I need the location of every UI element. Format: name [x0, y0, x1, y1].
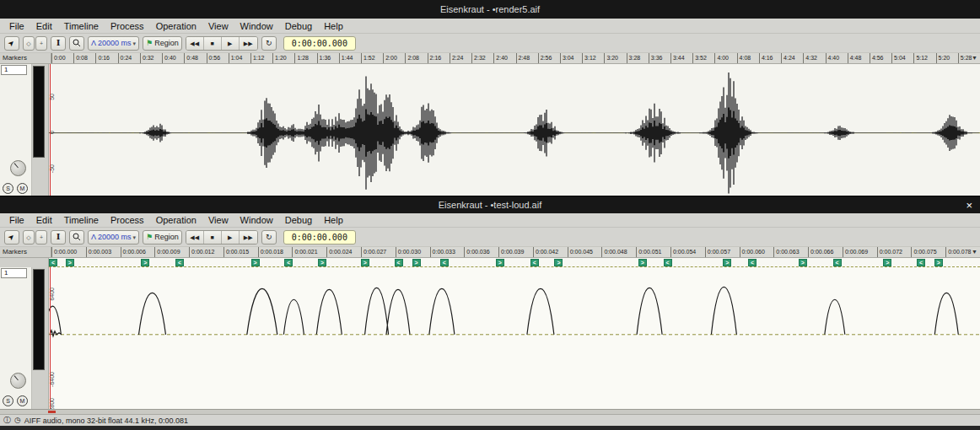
menu-help[interactable]: Help	[318, 21, 349, 31]
pointer-tool-button[interactable]: ➤	[4, 230, 19, 245]
menu-help[interactable]: Help	[318, 215, 349, 225]
menu-process[interactable]: Process	[105, 215, 150, 225]
timeline-marker-flag[interactable]: >	[141, 259, 149, 266]
waveform-view[interactable]: 64000-640012800	[49, 267, 980, 409]
menu-view[interactable]: View	[202, 21, 234, 31]
timeline-marker-flag[interactable]: >	[723, 259, 731, 266]
timeline-marker-flag[interactable]: <	[175, 259, 184, 266]
scrollbar-thumb[interactable]	[48, 411, 56, 413]
ruler-label: 3:20	[604, 53, 618, 63]
menu-file[interactable]: File	[3, 21, 30, 31]
zoom-tool-button[interactable]	[69, 36, 84, 51]
timeline-marker-flag[interactable]: >	[361, 259, 369, 266]
stop-button[interactable]: ■	[204, 37, 222, 50]
timeline-marker-flag[interactable]: <	[917, 259, 925, 266]
loop-button[interactable]: ↻	[261, 230, 277, 245]
ibeam-tool-button[interactable]: I	[51, 230, 66, 245]
ruler-label: 0:00.012	[189, 247, 214, 257]
marker-flag-1[interactable]: 1	[1, 268, 27, 278]
titlebar[interactable]: Eisenkraut - •render5.aif	[0, 0, 980, 19]
ruler-label: 2:00	[383, 53, 397, 63]
play-button[interactable]: ▶	[222, 37, 240, 50]
marker-flag-1[interactable]: 1	[1, 65, 27, 75]
menu-timeline[interactable]: Timeline	[58, 21, 105, 31]
horizontal-scrollbar[interactable]	[0, 409, 980, 414]
timeline-marker-flag[interactable]: >	[554, 259, 563, 266]
timeline-marker-flag[interactable]: <	[440, 259, 449, 266]
timeline-ruler[interactable]: 0:00.0000:00.0030:00.0060:00.0090:00.012…	[51, 247, 980, 257]
timeline-marker-flag[interactable]: >	[318, 259, 326, 266]
level-meter	[33, 269, 45, 370]
close-icon[interactable]: ×	[966, 196, 972, 213]
region-button[interactable]: ⚑ Region	[143, 230, 182, 245]
stop-button[interactable]: ■	[204, 231, 222, 244]
waveform-view[interactable]: 500-50	[49, 64, 980, 196]
timebase-dropdown[interactable]: Λ 20000 ms ▾	[88, 36, 139, 51]
gain-knob[interactable]	[10, 160, 26, 176]
pointer-tool-button[interactable]: ➤	[4, 36, 19, 51]
menu-window[interactable]: Window	[234, 215, 279, 225]
ruler-menu-icon[interactable]: ▼	[972, 249, 977, 255]
ruler-label: 2:48	[516, 53, 530, 63]
ruler-label: 0:00.060	[740, 247, 765, 257]
timeline-marker-flag[interactable]: >	[496, 259, 504, 266]
timeline-marker-flag[interactable]: <	[664, 259, 672, 266]
ibeam-tool-button[interactable]: I	[51, 36, 66, 51]
timeline-marker-flag[interactable]: >	[883, 259, 891, 266]
menu-file[interactable]: File	[3, 215, 30, 225]
region-button[interactable]: ⚑ Region	[143, 36, 182, 51]
menu-timeline[interactable]: Timeline	[58, 215, 105, 225]
mute-button[interactable]: M	[17, 183, 28, 194]
mute-button[interactable]: M	[17, 395, 28, 406]
solo-button[interactable]: S	[3, 395, 13, 406]
timeline-marker-flag[interactable]: >	[66, 259, 74, 266]
menu-operation[interactable]: Operation	[150, 21, 202, 31]
markers-track-header[interactable]: Markers	[0, 53, 51, 63]
timeline-marker-flag[interactable]: >	[799, 259, 807, 266]
timeline-marker-flag[interactable]: >	[412, 259, 421, 266]
markers-track-header[interactable]: Markers	[0, 247, 51, 257]
menu-edit[interactable]: Edit	[30, 21, 58, 31]
menu-window[interactable]: Window	[234, 21, 279, 31]
tool-button-b[interactable]: +	[35, 36, 47, 51]
forward-button[interactable]: ▶▶	[240, 231, 257, 244]
ruler-label: 5:04	[891, 53, 906, 63]
timeline-marker-flag[interactable]: >	[251, 259, 260, 266]
timeline-marker-flag[interactable]: <	[49, 259, 57, 266]
info-icon[interactable]: ⓘ	[3, 417, 11, 424]
menu-process[interactable]: Process	[105, 21, 150, 31]
gain-knob[interactable]	[10, 373, 26, 389]
menu-edit[interactable]: Edit	[30, 215, 58, 225]
timeline-marker-flag[interactable]: <	[748, 259, 757, 266]
level-meter	[33, 66, 45, 158]
timeline-marker-flag[interactable]: <	[833, 259, 842, 266]
titlebar[interactable]: Eisenkraut - •test-loud.aif ×	[0, 196, 980, 213]
clock-icon[interactable]: ◷	[14, 417, 21, 424]
menu-operation[interactable]: Operation	[150, 215, 202, 225]
rewind-button[interactable]: ◀◀	[186, 231, 204, 244]
time-display[interactable]: 0:00:00.000	[283, 36, 356, 51]
timeline-marker-flag[interactable]: >	[638, 259, 647, 266]
tool-button-a[interactable]: ◇	[23, 36, 35, 51]
forward-button[interactable]: ▶▶	[240, 37, 257, 50]
marker-flag-lane[interactable]: <>><><>><><><>><><><><>	[49, 258, 980, 267]
rewind-button[interactable]: ◀◀	[186, 37, 204, 50]
zoom-tool-button[interactable]	[69, 230, 84, 245]
tool-button-b[interactable]: +	[35, 230, 47, 245]
timebase-dropdown[interactable]: Λ 20000 ms ▾	[88, 230, 139, 245]
loop-button[interactable]: ↻	[261, 36, 277, 51]
solo-button[interactable]: S	[3, 183, 13, 194]
ruler-label: 0:00.003	[86, 247, 111, 257]
play-button[interactable]: ▶	[222, 231, 240, 244]
menu-debug[interactable]: Debug	[279, 21, 318, 31]
timeline-ruler[interactable]: 0:000:080:160:240:320:400:480:561:041:12…	[51, 53, 980, 63]
timeline-marker-flag[interactable]: <	[284, 259, 293, 266]
menu-view[interactable]: View	[202, 215, 234, 225]
timeline-marker-flag[interactable]: >	[934, 259, 943, 266]
tool-button-a[interactable]: ◇	[23, 230, 35, 245]
menu-debug[interactable]: Debug	[279, 215, 318, 225]
timeline-marker-flag[interactable]: <	[395, 259, 403, 266]
ruler-menu-icon[interactable]: ▼	[972, 55, 977, 62]
time-display[interactable]: 0:00:00.000	[283, 230, 356, 245]
timeline-marker-flag[interactable]: <	[530, 259, 539, 266]
